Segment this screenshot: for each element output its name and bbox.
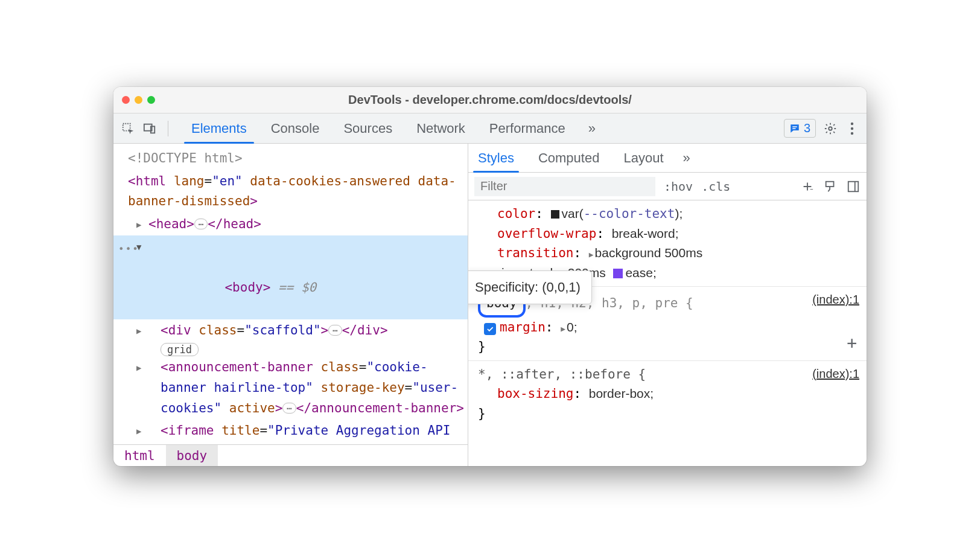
dom-tree[interactable]: <!DOCTYPE html> <html lang="en" data-coo… <box>113 144 468 444</box>
svg-point-3 <box>829 127 832 130</box>
rule-block-2[interactable]: (index):1 *, ::after, ::before { box-siz… <box>468 361 867 427</box>
tab-elements[interactable]: Elements <box>179 113 259 143</box>
ellipsis-icon[interactable]: ⋯ <box>194 219 208 229</box>
inspect-element-icon[interactable] <box>121 121 135 136</box>
issues-badge[interactable]: 3 <box>784 119 816 138</box>
expand-icon[interactable]: ▶ <box>589 250 594 259</box>
dom-head[interactable]: ▶<head>⋯</head> <box>113 213 468 236</box>
cls-toggle[interactable]: .cls <box>701 179 730 194</box>
panel-tabs: Elements Console Sources Network Perform… <box>179 113 578 143</box>
devtools-window: DevTools - developer.chrome.com/docs/dev… <box>113 87 867 466</box>
chat-icon <box>789 123 800 134</box>
svg-rect-7 <box>826 181 834 186</box>
dom-html-open[interactable]: <html lang="en" data-cookies-answered da… <box>113 170 468 213</box>
dom-doctype[interactable]: <!DOCTYPE html> <box>113 147 468 170</box>
minimize-window-button[interactable] <box>135 96 142 104</box>
tab-console[interactable]: Console <box>259 113 332 143</box>
styles-rules: color: var(--color-text); overflow-wrap:… <box>468 200 867 466</box>
styles-subtabs: Styles Computed Layout » <box>468 144 867 173</box>
dom-announcement-banner[interactable]: ▶<announcement-banner class="cookie-bann… <box>113 356 468 420</box>
property-enabled-checkbox[interactable] <box>484 323 496 335</box>
maximize-window-button[interactable] <box>147 96 155 104</box>
main-toolbar: Elements Console Sources Network Perform… <box>113 113 867 144</box>
tab-sources[interactable]: Sources <box>331 113 404 143</box>
dom-iframe[interactable]: ▶<iframe title="Private Aggregation API … <box>113 420 468 444</box>
issues-count: 3 <box>804 121 810 135</box>
rule-close: } <box>478 404 859 424</box>
svg-point-5 <box>851 127 853 129</box>
divider <box>168 121 168 136</box>
sub-tab-computed[interactable]: Computed <box>533 144 605 172</box>
hover-toggle[interactable]: :hov <box>664 179 693 194</box>
svg-point-6 <box>851 132 853 134</box>
source-link[interactable]: (index):1 <box>812 290 859 309</box>
add-property-icon[interactable]: + <box>847 330 857 356</box>
rule-selector[interactable]: *, ::after, ::before { <box>478 365 859 385</box>
breadcrumb-body[interactable]: body <box>166 445 218 466</box>
styles-filter-input[interactable] <box>474 177 655 196</box>
sub-tab-styles[interactable]: Styles <box>473 144 519 172</box>
breadcrumb: html body <box>113 444 468 466</box>
styles-filter-row: :hov .cls <box>468 173 867 200</box>
source-link[interactable]: (index):1 <box>812 365 859 383</box>
ellipsis-icon[interactable]: ⋯ <box>328 325 342 336</box>
layout-panel-icon[interactable] <box>846 179 861 194</box>
ellipsis-icon[interactable]: ⋯ <box>282 403 296 414</box>
paint-brush-icon[interactable] <box>823 179 838 194</box>
svg-rect-8 <box>848 181 859 191</box>
window-controls <box>113 96 155 104</box>
styles-panel: Styles Computed Layout » :hov .cls color… <box>468 144 867 466</box>
rule-close: } <box>478 337 859 357</box>
settings-icon[interactable] <box>823 121 838 136</box>
dom-scaffold[interactable]: ▶<div class="scaffold">⋯</div> <box>113 319 468 342</box>
easing-swatch-icon[interactable] <box>613 269 623 278</box>
color-swatch-icon[interactable] <box>551 210 559 219</box>
elements-panel: <!DOCTYPE html> <html lang="en" data-coo… <box>113 144 468 466</box>
tab-performance[interactable]: Performance <box>477 113 578 143</box>
content-area: <!DOCTYPE html> <html lang="en" data-coo… <box>113 144 867 466</box>
window-title: DevTools - developer.chrome.com/docs/dev… <box>113 93 867 107</box>
device-toggle-icon[interactable] <box>142 121 157 136</box>
tab-network[interactable]: Network <box>404 113 477 143</box>
more-options-icon[interactable] <box>845 121 859 136</box>
close-window-button[interactable] <box>122 96 130 104</box>
titlebar: DevTools - developer.chrome.com/docs/dev… <box>113 87 867 113</box>
expand-icon[interactable]: ▶ <box>561 324 565 333</box>
breadcrumb-html[interactable]: html <box>113 445 166 466</box>
new-style-rule-icon[interactable] <box>800 179 815 194</box>
more-tabs-icon[interactable]: » <box>585 121 599 136</box>
dom-body-selected[interactable]: ••• ▼<body> == $0 <box>113 235 468 319</box>
more-subtabs-icon[interactable]: » <box>683 150 690 166</box>
sub-tab-layout[interactable]: Layout <box>619 144 668 172</box>
specificity-tooltip: Specificity: (0,0,1) <box>468 270 592 304</box>
svg-point-4 <box>851 122 853 124</box>
grid-badge[interactable]: grid <box>113 342 468 356</box>
